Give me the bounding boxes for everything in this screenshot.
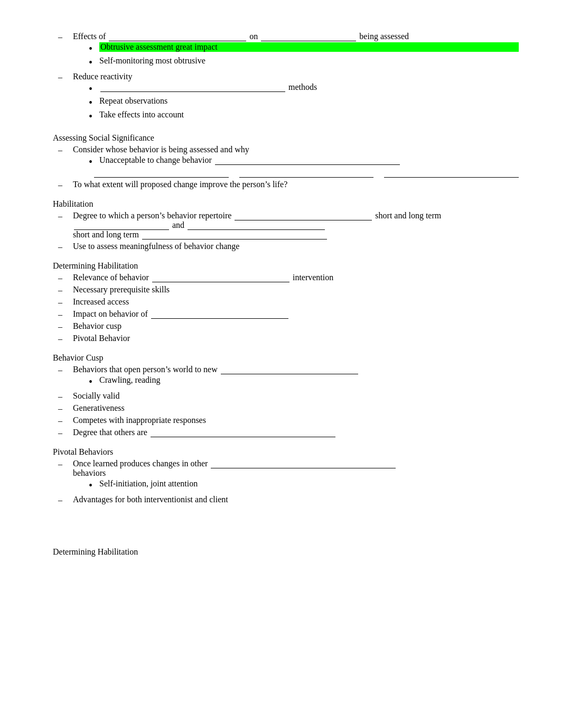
dash-behavior-cusp: – — [58, 321, 73, 331]
relevance-dash-item: – Relevance of behavior intervention — [53, 273, 519, 283]
habilitation-section: Habilitation – Degree to which a person’… — [53, 199, 519, 252]
reduce-bullet-list: • methods • Repeat observations • Take e… — [73, 82, 519, 123]
behavior-cusp-section-title: Behavior Cusp — [53, 353, 104, 362]
crawling-text: Crawling, reading — [99, 375, 519, 385]
generativeness-dash-item: – Generativeness — [53, 403, 519, 413]
degree-others-dash-item: – Degree that others are — [53, 428, 519, 438]
advantages-dash-item: – Advantages for both interventionist an… — [53, 495, 519, 505]
impact-blank — [151, 310, 288, 319]
degree-dash-item: – Degree to which a person’s behavior re… — [53, 211, 519, 239]
degree-others-blank — [151, 429, 335, 437]
bullet-methods: • methods — [89, 82, 519, 95]
social-significance-section: Assessing Social Significance – Consider… — [53, 133, 519, 190]
behavior-cusp-section: Behavior Cusp – Behaviors that open pers… — [53, 353, 519, 438]
dash-advantages: – — [58, 495, 73, 505]
consider-content: Consider whose behavior is being assesse… — [73, 145, 519, 178]
advantages-text: Advantages for both interventionist and … — [73, 495, 228, 504]
degree-prefix: Degree to which a person’s behavior repe… — [73, 211, 231, 220]
bullet-dot-2: • — [89, 56, 99, 69]
impact-text: Impact on behavior of — [73, 309, 148, 318]
use-content: Use to assess meaningfulness of behavior… — [73, 242, 519, 251]
habilitation-title: Habilitation — [53, 199, 93, 208]
advantages-content: Advantages for both interventionist and … — [73, 495, 519, 504]
reduce-reactivity-content: Reduce reactivity • methods • Repeat obs… — [73, 72, 519, 124]
pivotal-behaviors-heading: Pivotal Behaviors — [53, 447, 519, 457]
bullet-dot-8: • — [89, 479, 99, 492]
footer-determining-habilitation: Determining Habilitation — [53, 547, 519, 557]
behavior-cusp-dash-item: – Behavior cusp — [53, 321, 519, 331]
social-significance-heading: Assessing Social Significance — [53, 133, 519, 143]
use-text: Use to assess meaningfulness of behavior… — [73, 242, 239, 251]
competes-dash-item: – Competes with inappropriate responses — [53, 416, 519, 426]
degree-short-long: short and long term — [73, 230, 141, 239]
dash-degree-others: – — [58, 428, 73, 438]
social-significance-title: Assessing Social Significance — [53, 133, 154, 142]
dash-consider: – — [58, 145, 73, 155]
once-learned-blank — [211, 460, 396, 468]
obtrusive-text: Obtrusive assessment great impact — [99, 42, 519, 52]
reduce-reactivity-item: – Reduce reactivity • methods • Repeat o… — [53, 72, 519, 124]
dash-extent: – — [58, 180, 73, 190]
methods-blank — [100, 84, 285, 92]
unacceptable-text: Unacceptable to change behavior — [99, 155, 519, 165]
pivotal-behavior-dash-item: – Pivotal Behavior — [53, 334, 519, 344]
dash-relevance: – — [58, 273, 73, 283]
methods-text: methods — [99, 82, 519, 92]
bullet-dot-4: • — [89, 96, 99, 109]
pivotal-bullet-list: • Self-initiation, joint attention — [73, 479, 519, 492]
degree-blank2 — [74, 222, 169, 230]
effects-content: Effects of on being assessed • Obtrusive… — [73, 32, 519, 70]
degree-blank1 — [235, 212, 372, 220]
pivotal-behavior-text: Pivotal Behavior — [73, 334, 130, 343]
effects-blank1 — [109, 33, 246, 41]
effects-section: – Effects of on being assessed • Obtrusi… — [53, 32, 519, 124]
consider-text: Consider whose behavior is being assesse… — [73, 145, 249, 154]
generativeness-content: Generativeness — [73, 403, 519, 413]
behaviors-open-bullet-list: • Crawling, reading — [73, 375, 519, 388]
socially-valid-text: Socially valid — [73, 391, 119, 400]
reduce-reactivity-label: Reduce reactivity — [73, 72, 132, 81]
dash-symbol-2: – — [58, 72, 73, 82]
competes-text: Competes with inappropriate responses — [73, 416, 206, 425]
bullet-dot-6: • — [89, 155, 99, 168]
generativeness-text: Generativeness — [73, 403, 125, 412]
line-seg-1 — [94, 169, 229, 178]
behaviors-open-text: Behaviors that open person’s world to ne… — [73, 365, 218, 374]
bullet-repeat: • Repeat observations — [89, 96, 519, 109]
dash-use: – — [58, 242, 73, 252]
determining-habilitation-heading: Determining Habilitation — [53, 261, 519, 271]
self-initiation-text: Self-initiation, joint attention — [99, 479, 519, 489]
dash-once-learned: – — [58, 459, 73, 469]
consider-bullet-list: • Unacceptable to change behavior — [73, 155, 519, 168]
behavior-cusp-text: Behavior cusp — [73, 321, 121, 330]
extra-lines — [73, 169, 519, 178]
bullet-obtrusive: • Obtrusive assessment great impact — [89, 42, 519, 55]
bullet-dot-1: • — [89, 42, 99, 55]
behaviors-open-content: Behaviors that open person’s world to ne… — [73, 365, 519, 389]
behavior-cusp-section-heading: Behavior Cusp — [53, 353, 519, 363]
dash-impact: – — [58, 309, 73, 319]
extent-content: To what extent will proposed change impr… — [73, 180, 519, 189]
degree-short: short and long term — [375, 211, 441, 220]
extent-dash-item: – To what extent will proposed change im… — [53, 180, 519, 190]
effects-on: on — [249, 32, 260, 41]
bullet-dot-7: • — [89, 375, 99, 388]
impact-content: Impact on behavior of — [73, 309, 519, 319]
degree-others-text: Degree that others are — [73, 428, 147, 437]
line-seg-2 — [239, 169, 374, 178]
dash-degree: – — [58, 211, 73, 221]
effects-blank2 — [261, 33, 356, 41]
dash-pivotal-behavior: – — [58, 334, 73, 344]
once-learned-prefix: Once learned produces changes in other — [73, 459, 208, 468]
once-learned-dash-item: – Once learned produces changes in other… — [53, 459, 519, 493]
pivotal-behavior-content: Pivotal Behavior — [73, 334, 519, 343]
bullet-self-initiation: • Self-initiation, joint attention — [89, 479, 519, 492]
degree-content: Degree to which a person’s behavior repe… — [73, 211, 519, 239]
prereq-text: Necessary prerequisite skills — [73, 285, 170, 294]
once-learned-content: Once learned produces changes in other b… — [73, 459, 519, 493]
unacceptable-blank — [215, 156, 400, 165]
dash-increased: – — [58, 297, 73, 307]
repeat-text: Repeat observations — [99, 96, 519, 106]
socially-valid-dash-item: – Socially valid — [53, 391, 519, 401]
prereq-dash-item: – Necessary prerequisite skills — [53, 285, 519, 295]
